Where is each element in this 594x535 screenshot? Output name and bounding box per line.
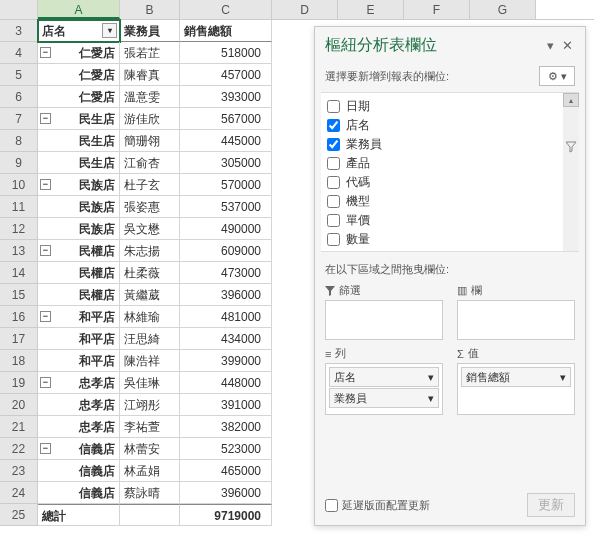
cell[interactable]: 張若芷 — [120, 42, 180, 64]
row-header[interactable]: 8 — [0, 130, 38, 152]
cell[interactable]: 汪思綺 — [120, 328, 180, 350]
cell[interactable]: 杜柔薇 — [120, 262, 180, 284]
cell-store[interactable]: −信義店 — [38, 438, 120, 460]
cell[interactable]: 393000 — [180, 86, 272, 108]
cell[interactable]: 481000 — [180, 306, 272, 328]
cell-store[interactable]: 仁愛店 — [38, 64, 120, 86]
cell[interactable]: 蔡詠晴 — [120, 482, 180, 504]
row-header[interactable]: 11 — [0, 196, 38, 218]
row-header[interactable]: 20 — [0, 394, 38, 416]
defer-input[interactable] — [325, 499, 338, 512]
row-header[interactable]: 15 — [0, 284, 38, 306]
cell-store[interactable]: 民權店 — [38, 284, 120, 306]
field-checkbox[interactable] — [327, 138, 340, 151]
cell-store[interactable]: −民生店 — [38, 108, 120, 130]
row-header[interactable]: 4 — [0, 42, 38, 64]
col-header-f[interactable]: F — [404, 0, 470, 19]
cell[interactable]: 396000 — [180, 284, 272, 306]
cell[interactable]: 537000 — [180, 196, 272, 218]
row-header[interactable]: 18 — [0, 350, 38, 372]
row-header[interactable]: 6 — [0, 86, 38, 108]
settings-button[interactable]: ⚙ ▾ — [539, 66, 575, 86]
chevron-down-icon[interactable]: ▾ — [560, 368, 566, 386]
zone-item[interactable]: 銷售總額▾ — [461, 367, 571, 387]
cell-store[interactable]: 和平店 — [38, 328, 120, 350]
cell[interactable]: 朱志揚 — [120, 240, 180, 262]
cell-store[interactable]: 忠孝店 — [38, 416, 120, 438]
col-header-a[interactable]: A — [38, 0, 120, 19]
pane-controls[interactable]: ▾ ✕ — [547, 38, 575, 53]
cell-store[interactable]: 民權店 — [38, 262, 120, 284]
cell[interactable]: 溫意雯 — [120, 86, 180, 108]
row-header[interactable]: 17 — [0, 328, 38, 350]
cell[interactable]: 杜子玄 — [120, 174, 180, 196]
cell[interactable]: 黃繼葳 — [120, 284, 180, 306]
field-checkbox[interactable] — [327, 119, 340, 132]
cell-store[interactable]: −民權店 — [38, 240, 120, 262]
update-button[interactable]: 更新 — [527, 493, 575, 517]
cell[interactable]: 570000 — [180, 174, 272, 196]
row-header[interactable]: 7 — [0, 108, 38, 130]
cell[interactable]: 473000 — [180, 262, 272, 284]
zone-item[interactable]: 業務員▾ — [329, 388, 439, 408]
cell[interactable] — [120, 504, 180, 526]
row-header[interactable]: 21 — [0, 416, 38, 438]
cell-total-value[interactable]: 9719000 — [180, 504, 272, 526]
cell[interactable]: 江翊彤 — [120, 394, 180, 416]
cell[interactable]: 448000 — [180, 372, 272, 394]
row-header[interactable]: 25 — [0, 504, 38, 526]
cell[interactable]: 399000 — [180, 350, 272, 372]
cell[interactable]: 簡珊翎 — [120, 130, 180, 152]
scroll-up-button[interactable]: ▴ — [563, 93, 579, 107]
col-header-c[interactable]: C — [180, 0, 272, 19]
row-header[interactable]: 12 — [0, 218, 38, 240]
cell[interactable]: 吳佳琳 — [120, 372, 180, 394]
cell[interactable]: 吳文懋 — [120, 218, 180, 240]
row-header[interactable]: 23 — [0, 460, 38, 482]
cell-store[interactable]: 仁愛店 — [38, 86, 120, 108]
cell-total-label[interactable]: 總計 — [38, 504, 120, 526]
cell[interactable]: 445000 — [180, 130, 272, 152]
row-header[interactable]: 13 — [0, 240, 38, 262]
cell[interactable]: 523000 — [180, 438, 272, 460]
zone-item[interactable]: 店名▾ — [329, 367, 439, 387]
rows-zone[interactable]: 店名▾業務員▾ — [325, 363, 443, 415]
field-checkbox[interactable] — [327, 214, 340, 227]
cell[interactable]: 465000 — [180, 460, 272, 482]
cell[interactable]: 游佳欣 — [120, 108, 180, 130]
row-header[interactable]: 3 — [0, 20, 38, 42]
cell-store[interactable]: 忠孝店 — [38, 394, 120, 416]
row-header[interactable]: 5 — [0, 64, 38, 86]
field-checkbox[interactable] — [327, 176, 340, 189]
cell[interactable]: 609000 — [180, 240, 272, 262]
field-item[interactable]: 代碼 — [323, 173, 577, 192]
field-checkbox[interactable] — [327, 233, 340, 246]
collapse-icon[interactable]: − — [40, 311, 51, 322]
field-item[interactable]: 日期 — [323, 97, 577, 116]
cell[interactable]: 林蕾安 — [120, 438, 180, 460]
field-checkbox[interactable] — [327, 100, 340, 113]
cell[interactable]: 張姿惠 — [120, 196, 180, 218]
cell[interactable]: 林孟娟 — [120, 460, 180, 482]
cell-store[interactable]: 民生店 — [38, 152, 120, 174]
cell[interactable]: 396000 — [180, 482, 272, 504]
cell[interactable]: 林維瑜 — [120, 306, 180, 328]
collapse-icon[interactable]: − — [40, 47, 51, 58]
row-header[interactable]: 19 — [0, 372, 38, 394]
field-item[interactable]: 店名 — [323, 116, 577, 135]
cell-store[interactable]: 民族店 — [38, 196, 120, 218]
cell[interactable]: 李祐萱 — [120, 416, 180, 438]
cell-store[interactable]: 民族店 — [38, 218, 120, 240]
cell[interactable]: 陳浩祥 — [120, 350, 180, 372]
collapse-icon[interactable]: − — [40, 443, 51, 454]
cell[interactable]: 457000 — [180, 64, 272, 86]
field-checkbox[interactable] — [327, 157, 340, 170]
collapse-icon[interactable]: − — [40, 179, 51, 190]
row-header[interactable]: 14 — [0, 262, 38, 284]
col-header-e[interactable]: E — [338, 0, 404, 19]
cell-store[interactable]: −民族店 — [38, 174, 120, 196]
cell-store[interactable]: −和平店 — [38, 306, 120, 328]
defer-layout-checkbox[interactable]: 延遲版面配置更新 — [325, 498, 430, 513]
row-header[interactable]: 22 — [0, 438, 38, 460]
col-header-b[interactable]: B — [120, 0, 180, 19]
